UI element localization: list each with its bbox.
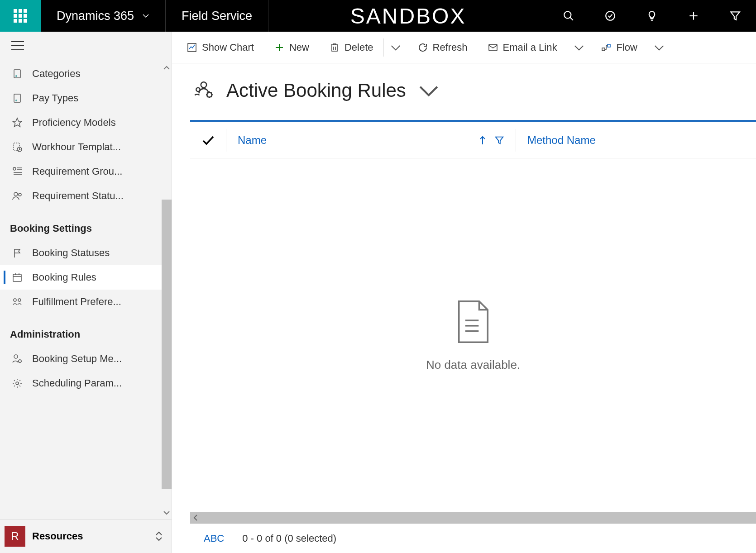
area-switcher[interactable]: R Resources — [0, 519, 172, 553]
sidebar: Categories Pay Types Proficiency Models … — [0, 32, 172, 553]
sidebar-item-label: Booking Statuses — [32, 247, 110, 259]
sidebar-item-label: Requirement Statu... — [32, 190, 124, 202]
sidebar-item-booking-setup-metadata[interactable]: Booking Setup Me... — [0, 347, 172, 371]
cmd-label: Email a Link — [503, 42, 557, 53]
app-name-dropdown[interactable]: Dynamics 365 — [41, 0, 166, 32]
view-header: Active Booking Rules — [172, 63, 756, 120]
plus-icon — [688, 10, 699, 22]
sidebar-item-label: Fulfillment Prefere... — [32, 296, 121, 308]
svg-point-0 — [564, 11, 571, 18]
column-header-method-name[interactable]: Method Name — [516, 129, 607, 152]
refresh-icon — [417, 42, 428, 53]
svg-line-1 — [570, 17, 573, 20]
filter-button[interactable] — [714, 0, 756, 32]
chevron-down-icon — [654, 42, 665, 53]
svg-point-11 — [15, 100, 17, 101]
sidebar-item-label: Workhour Templat... — [32, 141, 121, 153]
scroll-left-icon — [192, 514, 199, 521]
add-button[interactable] — [673, 0, 714, 32]
record-count-label: 0 - 0 of 0 (0 selected) — [242, 533, 336, 544]
email-link-button[interactable]: Email a Link — [478, 32, 567, 63]
star-icon — [11, 117, 23, 129]
view-title[interactable]: Active Booking Rules — [226, 80, 406, 101]
task-button[interactable] — [589, 0, 631, 32]
scroll-down-icon[interactable] — [163, 509, 170, 516]
chevron-down-icon — [390, 42, 401, 53]
email-link-dropdown[interactable] — [567, 32, 591, 63]
svg-rect-10 — [14, 94, 20, 102]
chevron-down-icon[interactable] — [417, 79, 440, 102]
updown-icon — [155, 531, 163, 541]
sidebar-item-workhour-templates[interactable]: Workhour Templat... — [0, 135, 172, 159]
sidebar-item-requirement-groups[interactable]: Requirement Grou... — [0, 159, 172, 184]
svg-rect-35 — [602, 48, 605, 51]
sidebar-item-categories[interactable]: Categories — [0, 62, 172, 86]
alpha-index-button[interactable]: ABC — [204, 533, 224, 544]
refresh-button[interactable]: Refresh — [407, 32, 478, 63]
search-icon — [563, 10, 574, 22]
waffle-icon — [14, 9, 27, 23]
module-label: Field Service — [166, 0, 268, 32]
check-circle-icon — [604, 10, 616, 22]
sort-asc-icon — [479, 135, 486, 145]
lightbulb-icon — [646, 10, 658, 22]
checkmark-icon — [202, 135, 215, 145]
svg-rect-12 — [14, 143, 19, 150]
svg-point-9 — [15, 75, 17, 77]
sidebar-toggle-button[interactable] — [0, 32, 172, 62]
help-button[interactable] — [631, 0, 673, 32]
select-all-checkbox[interactable] — [190, 129, 226, 152]
funnel-icon — [729, 10, 741, 22]
sidebar-item-label: Pay Types — [32, 92, 78, 104]
chevron-down-icon — [142, 12, 149, 19]
people-sync-icon — [11, 296, 23, 308]
horizontal-scrollbar[interactable] — [190, 512, 756, 524]
top-icon-bar — [548, 0, 756, 32]
funnel-icon — [494, 135, 504, 145]
search-button[interactable] — [548, 0, 589, 32]
svg-rect-34 — [489, 44, 497, 51]
sidebar-item-scheduling-parameters[interactable]: Scheduling Param... — [0, 371, 172, 396]
calendar-icon — [11, 272, 23, 283]
svg-point-14 — [13, 167, 16, 170]
app-launcher-button[interactable] — [0, 0, 41, 32]
svg-point-26 — [14, 299, 16, 301]
delete-button[interactable]: Delete — [319, 32, 383, 63]
svg-point-38 — [196, 88, 200, 91]
sidebar-item-label: Proficiency Models — [32, 117, 116, 129]
people-gear-icon — [192, 79, 215, 102]
environment-label: SANDBOX — [268, 0, 548, 32]
svg-point-29 — [19, 360, 21, 362]
column-header-name[interactable]: Name — [226, 129, 516, 152]
svg-point-27 — [18, 299, 21, 301]
sidebar-item-proficiency-models[interactable]: Proficiency Models — [0, 110, 172, 135]
sidebar-item-pay-types[interactable]: Pay Types — [0, 86, 172, 110]
svg-point-28 — [14, 355, 18, 358]
sidebar-item-fulfillment-preferences[interactable]: Fulfillment Prefere... — [0, 290, 172, 314]
hamburger-icon — [11, 41, 24, 51]
empty-text: No data available. — [426, 358, 520, 372]
gear-icon — [11, 377, 23, 389]
area-label: Resources — [32, 530, 148, 542]
chart-icon — [187, 42, 197, 53]
flow-button[interactable]: Flow — [591, 32, 647, 63]
svg-rect-8 — [14, 70, 20, 78]
sidebar-section-administration: Administration — [0, 314, 172, 347]
sidebar-item-requirement-statuses[interactable]: Requirement Statu... — [0, 184, 172, 208]
flow-dropdown[interactable] — [647, 32, 671, 63]
sidebar-item-booking-rules[interactable]: Booking Rules — [0, 265, 172, 290]
new-button[interactable]: New — [264, 32, 319, 63]
delete-dropdown[interactable] — [384, 32, 407, 63]
scrollbar-thumb[interactable] — [162, 200, 172, 489]
flow-icon — [601, 42, 612, 53]
email-icon — [488, 42, 498, 53]
grid-header-row: Name Method Name — [190, 122, 756, 158]
sidebar-item-booking-statuses[interactable]: Booking Statuses — [0, 241, 172, 265]
sidebar-scroll[interactable]: Categories Pay Types Proficiency Models … — [0, 62, 172, 519]
show-chart-button[interactable]: Show Chart — [177, 32, 264, 63]
main-layout: Categories Pay Types Proficiency Models … — [0, 32, 756, 553]
area-badge: R — [5, 526, 25, 547]
grid-footer: ABC 0 - 0 of 0 (0 selected) — [190, 524, 756, 553]
cmd-label: Refresh — [433, 42, 468, 53]
flag-icon — [11, 247, 23, 259]
